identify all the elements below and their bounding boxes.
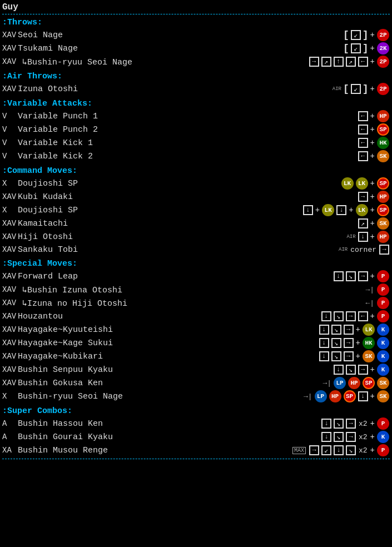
move-name: Hayagake~Kyuuteishi <box>18 325 113 335</box>
ver-badge: XAV <box>2 192 18 201</box>
table-row: XAV Kubi Kudaki → + HP <box>2 190 390 203</box>
table-row: XAV ↳Bushin Izuna Otoshi →| P <box>2 283 390 296</box>
btn-k: K <box>377 431 389 443</box>
table-row: A Bushin Gourai Kyaku ↓ ↘ → x2 + K <box>2 430 390 444</box>
arrow-downleft-icon: ↙ <box>351 84 361 94</box>
move-name: Seoi Nage <box>18 31 63 40</box>
arrow-left-icon: ← <box>358 111 368 121</box>
move-name: Hiji Otoshi <box>18 232 73 242</box>
move-inputs: ↓ ↘ → + SK K <box>319 350 390 362</box>
arrow-down-icon: ↓ <box>321 311 331 321</box>
btn-lk: LK <box>356 204 368 216</box>
move-inputs: → ↗ ↑ ↗ ← + 2P <box>309 56 390 68</box>
ver-badge: XAV <box>2 31 18 39</box>
arrow-downright-icon: ↘ <box>331 325 341 335</box>
arrow-down-icon: ↓ <box>319 351 329 361</box>
btn-lk: LK <box>322 204 334 216</box>
ver-badge: XAV <box>2 365 18 374</box>
move-name: Bushin Hassou Ken <box>18 419 103 429</box>
arrow-downleft-icon: ↙ <box>351 30 361 40</box>
table-row: XAV Hayagake~Kubikari ↓ ↘ → + SK K <box>2 350 390 363</box>
table-row: X Bushin-ryuu Seoi Nage →| LP HP SP ↓ + … <box>2 390 390 403</box>
move-inputs: ← + SP <box>358 123 390 136</box>
arrow-down-icon: ↓ <box>319 325 329 335</box>
table-row: XAV Hiji Otoshi AIR ↓ + HP <box>2 230 390 243</box>
table-row: XAV Izuna Otoshi AIR [ ↙ ] + 2P <box>2 82 390 96</box>
move-inputs: AIR ↓ + HP <box>346 231 390 243</box>
move-inputs: LK LK + SP <box>341 177 390 190</box>
table-row: XAV Sankaku Tobi AIR corner → <box>2 243 390 256</box>
ver-badge: XAV <box>2 379 18 387</box>
move-name: Hayagake~Kubikari <box>18 352 103 361</box>
btn-k: K <box>377 324 389 336</box>
btn-sk: SK <box>377 390 389 402</box>
ver-badge: X <box>2 206 18 215</box>
arrow-right-icon: → <box>309 57 319 67</box>
arrow-right-icon: → <box>344 338 354 348</box>
ver-badge: XAV <box>2 232 18 241</box>
top-divider <box>2 14 390 14</box>
move-inputs: →| LP HP SP ↓ + SK <box>304 390 390 402</box>
move-inputs: ↗ + SK <box>358 217 390 230</box>
btn-lk: LK <box>363 324 375 336</box>
btn-hp: HP <box>377 110 389 122</box>
ver-badge: XAV <box>2 57 18 66</box>
move-inputs: ←| P <box>365 297 390 309</box>
ver-badge: X <box>2 392 18 401</box>
arrow-down-icon: ↓ <box>334 365 344 375</box>
ver-badge: V <box>2 112 18 121</box>
arrow-downright-icon: ↘ <box>331 351 341 361</box>
btn-k: K <box>377 364 389 376</box>
btn-2p: 2P <box>377 56 389 68</box>
move-name: Variable Kick 1 <box>18 138 93 148</box>
arrow-right-icon: → <box>358 365 368 375</box>
table-row: XAV Forward Leap ↓ ↘ → + P <box>2 270 390 283</box>
move-inputs: MAX → ↙ ↓ ↘ x2 + P <box>292 444 390 456</box>
move-name: ↳Izuna no Hiji Otoshi <box>18 298 127 309</box>
move-inputs: ← + HK <box>358 137 390 149</box>
btn-p: P <box>377 297 389 309</box>
arrow-down-icon: ↓ <box>319 338 329 348</box>
move-inputs: ↓ ↘ → + LK K <box>319 324 390 336</box>
arrow-downleft-icon: ↙ <box>351 43 361 53</box>
bottom-divider <box>2 459 390 459</box>
table-row: XAV Tsukami Nage [ ↙ ] + 2K <box>2 42 390 55</box>
btn-sk: SK <box>377 150 389 162</box>
ver-badge: X <box>2 179 18 188</box>
move-inputs: ↓ + LK ↓ + LK + SP <box>302 204 390 216</box>
move-name: Forward Leap <box>18 272 78 281</box>
move-inputs: [ ↙ ] + 2P <box>343 29 390 41</box>
btn-hp: HP <box>348 377 360 389</box>
arrow-upright2-icon: ↗ <box>346 57 356 67</box>
ver-badge: XAV <box>2 219 18 228</box>
table-row: XAV Bushin Senpuu Kyaku ↓ ↘ → + K <box>2 363 390 376</box>
move-name: Kamaitachi <box>18 219 68 228</box>
super-header: :Super Combos: <box>2 406 390 416</box>
btn-sk: SK <box>363 350 375 362</box>
ver-badge: XA <box>2 446 18 455</box>
move-inputs: AIR corner → <box>339 245 390 255</box>
move-name: Bushin Musou Renge <box>18 446 108 455</box>
ver-badge: A <box>2 432 18 441</box>
btn-2k: 2K <box>377 42 389 54</box>
move-name: Variable Punch 1 <box>18 112 98 121</box>
table-row: V Variable Punch 1 ← + HP <box>2 110 390 123</box>
move-name: Bushin Senpuu Kyaku <box>18 365 113 375</box>
table-row: XAV Kamaitachi ↗ + SK <box>2 217 390 230</box>
table-row: X Doujioshi SP LK LK + SP <box>2 177 390 190</box>
move-inputs: [ ↙ ] + 2K <box>343 42 390 54</box>
btn-sp: SP <box>377 204 389 216</box>
page-title: Guy <box>2 2 390 12</box>
arrow-right-icon: → <box>344 325 354 335</box>
table-row: XAV ↳Izuna no Hiji Otoshi ←| P <box>2 296 390 310</box>
move-inputs: ↓ ↘ → + HK K <box>319 337 390 349</box>
arrow-down-icon: ↓ <box>358 391 368 401</box>
move-name: Tsukami Nage <box>18 44 78 53</box>
arrow-right-icon: → <box>358 192 368 202</box>
ver-badge: XAV <box>2 84 18 93</box>
arrow-downright-icon: ↘ <box>331 338 341 348</box>
table-row: XAV Bushin Gokusa Ken →| LP HP SP SK <box>2 376 390 390</box>
move-name: Houzantou <box>18 312 63 321</box>
arrow-downright-icon: ↘ <box>334 419 344 429</box>
move-inputs: →| P <box>365 284 390 296</box>
